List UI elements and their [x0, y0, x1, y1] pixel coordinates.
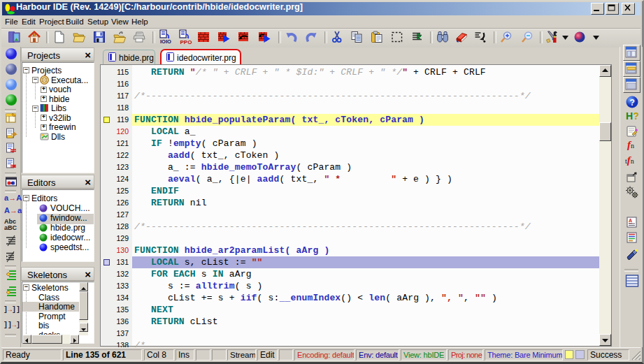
svg-text:PPO: PPO	[180, 39, 192, 45]
svg-text:IOIO: IOIO	[160, 38, 171, 45]
svg-text:A: A	[629, 218, 632, 223]
svg-text:?: ?	[630, 98, 635, 108]
